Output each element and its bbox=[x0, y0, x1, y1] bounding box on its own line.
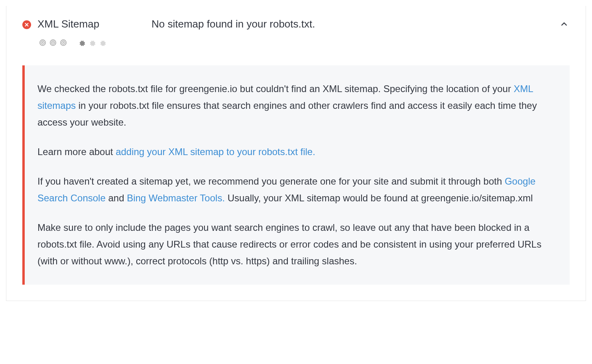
collapse-toggle[interactable] bbox=[559, 19, 570, 30]
gear-icon bbox=[78, 39, 85, 46]
target-icon bbox=[49, 39, 57, 46]
impact-rating bbox=[39, 39, 67, 46]
details-paragraph: If you haven't created a sitemap yet, we… bbox=[37, 173, 554, 207]
rating-row bbox=[37, 39, 145, 46]
details-paragraph: Learn more about adding your XML sitemap… bbox=[37, 144, 554, 160]
svg-point-8 bbox=[63, 42, 64, 43]
card-summary: No sitemap found in your robots.txt. bbox=[151, 18, 552, 30]
card-title: XML Sitemap bbox=[37, 18, 145, 30]
details-paragraph: Make sure to only include the pages you … bbox=[37, 219, 554, 270]
card-details: We checked the robots.txt file for green… bbox=[22, 65, 570, 285]
target-icon bbox=[60, 39, 67, 46]
chevron-up-icon bbox=[560, 20, 568, 29]
details-text: Learn more about bbox=[37, 146, 116, 157]
details-paragraph: We checked the robots.txt file for green… bbox=[37, 81, 554, 131]
details-text: in your robots.txt file ensures that sea… bbox=[37, 100, 537, 128]
title-block: XML Sitemap bbox=[37, 18, 145, 46]
bing-webmaster-tools-link[interactable]: Bing Webmaster Tools. bbox=[127, 193, 225, 203]
svg-point-2 bbox=[42, 42, 43, 43]
sitemap-audit-card: XML Sitemap No sitemap found in your rob… bbox=[6, 6, 586, 301]
details-text: and bbox=[106, 193, 127, 203]
learn-more-link[interactable]: adding your XML sitemap to your robots.t… bbox=[116, 146, 315, 157]
card-header: XML Sitemap No sitemap found in your rob… bbox=[22, 18, 570, 46]
svg-point-5 bbox=[53, 42, 54, 43]
error-icon bbox=[22, 20, 31, 29]
target-icon bbox=[39, 39, 46, 46]
effort-rating bbox=[78, 39, 106, 46]
gear-icon bbox=[89, 39, 96, 46]
details-text: We checked the robots.txt file for green… bbox=[37, 83, 514, 94]
details-text: If you haven't created a sitemap yet, we… bbox=[37, 176, 505, 187]
details-text: Usually, your XML sitemap would be found… bbox=[225, 193, 533, 203]
gear-icon bbox=[99, 39, 106, 46]
